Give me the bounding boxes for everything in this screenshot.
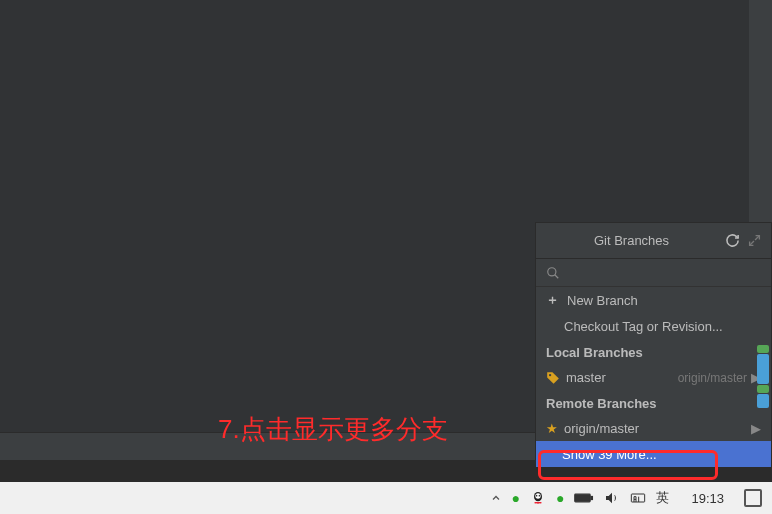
local-branches-header: Local Branches [536,339,771,365]
battery-tray-icon[interactable] [574,491,594,505]
star-icon: ★ [546,421,558,436]
checkout-tag-label: Checkout Tag or Revision... [564,319,723,334]
ime-tray-icon[interactable] [630,490,646,506]
remote-branch-name: origin/master [564,421,747,436]
notification-center-icon[interactable] [744,489,762,507]
annotation-text: 7.点击显示更多分支 [218,412,448,447]
svg-line-1 [555,274,559,278]
refresh-icon[interactable] [725,233,740,248]
git-branches-popup: Git Branches ＋ New Branch Checkout Tag o… [535,222,772,468]
windows-taskbar: ● ● 英 19:13 [0,482,772,514]
new-branch-item[interactable]: ＋ New Branch [536,287,771,313]
tray-expand-icon[interactable] [490,492,502,504]
search-icon [546,266,560,280]
svg-rect-9 [632,494,645,502]
svg-point-5 [536,495,537,497]
checkout-tag-item[interactable]: Checkout Tag or Revision... [536,313,771,339]
remote-branches-header: Remote Branches [536,390,771,416]
local-branch-row[interactable]: master origin/master ▶ [536,365,771,390]
taskbar-clock[interactable]: 19:13 [691,491,724,506]
tag-icon [546,371,560,385]
svg-rect-8 [591,496,593,499]
system-tray: ● ● 英 19:13 [490,489,762,507]
svg-point-0 [548,267,556,275]
show-more-item[interactable]: Show 39 More... [536,441,771,467]
volume-tray-icon[interactable] [604,490,620,506]
wechat-tray-icon[interactable]: ● [512,490,520,506]
svg-point-2 [549,373,551,375]
popup-header: Git Branches [536,223,771,259]
remote-branch-row[interactable]: ★ origin/master ▶ [536,416,771,441]
tracking-label: origin/master [678,371,747,385]
show-more-label: Show 39 More... [562,447,657,462]
svg-rect-7 [575,494,590,502]
ime-label[interactable]: 英 [656,489,669,507]
branch-search-input[interactable] [566,265,761,280]
wechat2-tray-icon[interactable]: ● [556,490,564,506]
local-branch-name: master [566,370,678,385]
qq-tray-icon[interactable] [530,490,546,506]
new-branch-label: New Branch [567,293,638,308]
popup-title-text: Git Branches [546,233,717,248]
branch-search-row[interactable] [536,259,771,287]
submenu-arrow-icon: ▶ [751,421,761,436]
svg-point-6 [539,495,540,497]
maximize-icon[interactable] [748,234,761,247]
plus-icon: ＋ [546,291,559,309]
memory-meter [757,345,769,415]
